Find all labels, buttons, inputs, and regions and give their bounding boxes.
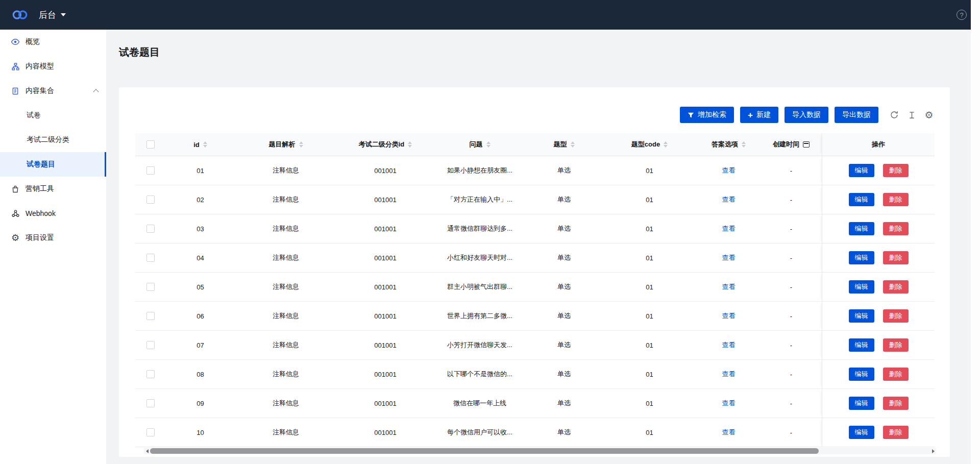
delete-button[interactable]: 删除 <box>883 280 909 294</box>
row-checkbox[interactable] <box>146 225 155 233</box>
cell-created-at: - <box>761 185 822 214</box>
cell-id: 07 <box>166 331 235 359</box>
calendar-icon[interactable] <box>803 141 810 148</box>
delete-button[interactable]: 删除 <box>883 338 909 352</box>
row-checkbox[interactable] <box>146 428 155 436</box>
webhook-icon <box>11 209 20 218</box>
edit-button[interactable]: 编辑 <box>849 338 874 352</box>
delete-button[interactable]: 删除 <box>883 164 909 177</box>
edit-button[interactable]: 编辑 <box>849 280 874 294</box>
edit-button[interactable]: 编辑 <box>849 193 874 206</box>
horizontal-scrollbar-thumb[interactable] <box>150 448 819 454</box>
row-checkbox[interactable] <box>146 370 155 378</box>
refresh-icon[interactable] <box>889 109 900 120</box>
sidebar-item-marketing-tools[interactable]: 营销工具 <box>0 177 106 201</box>
header-answers[interactable]: 答案选项 <box>697 133 761 156</box>
view-answers-link[interactable]: 查看 <box>722 399 736 408</box>
edit-button[interactable]: 编辑 <box>849 164 874 177</box>
sort-icon[interactable] <box>299 141 303 148</box>
view-answers-link[interactable]: 查看 <box>722 166 736 175</box>
active-indicator <box>105 152 106 177</box>
header-created-at[interactable]: 创建时间 <box>761 133 822 156</box>
row-checkbox[interactable] <box>146 312 155 320</box>
delete-button[interactable]: 删除 <box>883 251 909 264</box>
table-row: 06 注释信息 001001 世界上拥有第二多微... 单选 01 查看 - 编… <box>135 302 935 331</box>
horizontal-scrollbar[interactable] <box>144 448 936 454</box>
view-answers-link[interactable]: 查看 <box>722 282 736 291</box>
sidebar-item-project-settings[interactable]: ⚙ 项目设置 <box>0 226 106 250</box>
cell-question: 每个微信用户可以收... <box>434 418 526 447</box>
edit-button[interactable]: 编辑 <box>849 309 874 323</box>
table-card: 增加检索 + 新建 导入数据 导出数据 ⚙ <box>119 87 950 457</box>
sort-icon[interactable] <box>742 141 746 148</box>
select-all-checkbox[interactable] <box>146 140 155 149</box>
delete-button[interactable]: 删除 <box>883 222 909 235</box>
sort-icon[interactable] <box>408 141 412 148</box>
sidebar-item-label: 概览 <box>26 37 40 46</box>
sidebar-item-overview[interactable]: 概览 <box>0 30 106 54</box>
table-row: 10 注释信息 001001 每个微信用户可以收... 单选 01 查看 - 编… <box>135 418 935 447</box>
edit-button[interactable]: 编辑 <box>849 222 874 235</box>
help-icon[interactable]: ? <box>957 10 967 20</box>
cell-type-code: 01 <box>602 302 697 330</box>
sidebar-item-webhook[interactable]: Webhook <box>0 201 106 226</box>
header-id[interactable]: id <box>166 133 235 156</box>
cell-created-at: - <box>761 360 822 388</box>
header-question[interactable]: 问题 <box>434 133 526 156</box>
create-button[interactable]: + 新建 <box>740 107 778 123</box>
scroll-right-arrow-icon[interactable] <box>930 448 936 454</box>
delete-button[interactable]: 删除 <box>883 368 909 381</box>
delete-button[interactable]: 删除 <box>883 309 909 323</box>
edit-button[interactable]: 编辑 <box>849 368 874 381</box>
cell-type: 单选 <box>526 360 602 388</box>
sidebar-item-exam-categories[interactable]: 考试二级分类 <box>0 128 106 152</box>
view-answers-link[interactable]: 查看 <box>722 253 736 262</box>
view-answers-link[interactable]: 查看 <box>722 224 736 233</box>
cell-created-at: - <box>761 156 822 185</box>
view-answers-link[interactable]: 查看 <box>722 428 736 437</box>
add-filter-button[interactable]: 增加检索 <box>680 107 734 123</box>
view-answers-link[interactable]: 查看 <box>722 370 736 379</box>
sort-icon[interactable] <box>664 141 668 148</box>
gear-icon: ⚙ <box>11 233 20 242</box>
row-checkbox[interactable] <box>146 283 155 291</box>
view-answers-link[interactable]: 查看 <box>722 340 736 350</box>
header-analysis[interactable]: 题目解析 <box>235 133 337 156</box>
row-height-icon[interactable] <box>906 109 917 120</box>
export-data-button[interactable]: 导出数据 <box>835 107 878 123</box>
import-data-button[interactable]: 导入数据 <box>785 107 828 123</box>
view-answers-link[interactable]: 查看 <box>722 311 736 321</box>
workspace-switcher[interactable]: 后台 <box>39 9 66 21</box>
edit-button[interactable]: 编辑 <box>849 426 874 439</box>
edit-button[interactable]: 编辑 <box>849 251 874 264</box>
header-type[interactable]: 题型 <box>526 133 602 156</box>
header-category-id[interactable]: 考试二级分类id <box>337 133 434 156</box>
edit-button[interactable]: 编辑 <box>849 397 874 410</box>
sort-icon[interactable] <box>571 141 575 148</box>
cell-category-id: 001001 <box>337 302 434 330</box>
row-checkbox[interactable] <box>146 196 155 204</box>
scroll-left-arrow-icon[interactable] <box>144 448 150 454</box>
row-checkbox[interactable] <box>146 166 155 175</box>
table-row: 08 注释信息 001001 以下哪个不是微信的... 单选 01 查看 - 编… <box>135 360 935 389</box>
cell-created-at: - <box>761 273 822 301</box>
row-checkbox[interactable] <box>146 341 155 349</box>
create-label: 新建 <box>756 110 771 119</box>
delete-button[interactable]: 删除 <box>883 397 909 410</box>
sidebar-item-content-model[interactable]: 内容模型 <box>0 54 106 79</box>
sort-icon[interactable] <box>203 141 207 148</box>
sidebar-item-content-collection[interactable]: 内容集合 <box>0 79 106 103</box>
row-checkbox[interactable] <box>146 254 155 262</box>
cell-type: 单选 <box>526 331 602 359</box>
sidebar-item-exam-questions[interactable]: 试卷题目 <box>0 152 106 177</box>
sort-icon[interactable] <box>486 141 491 148</box>
row-checkbox[interactable] <box>146 399 155 407</box>
delete-button[interactable]: 删除 <box>883 193 909 206</box>
settings-icon[interactable]: ⚙ <box>923 109 935 120</box>
cell-type-code: 01 <box>602 389 697 418</box>
sidebar-item-exam-papers[interactable]: 试卷 <box>0 103 106 128</box>
cell-type-code: 01 <box>602 360 697 388</box>
header-type-code[interactable]: 题型code <box>602 133 697 156</box>
delete-button[interactable]: 删除 <box>883 426 909 439</box>
view-answers-link[interactable]: 查看 <box>722 195 736 204</box>
